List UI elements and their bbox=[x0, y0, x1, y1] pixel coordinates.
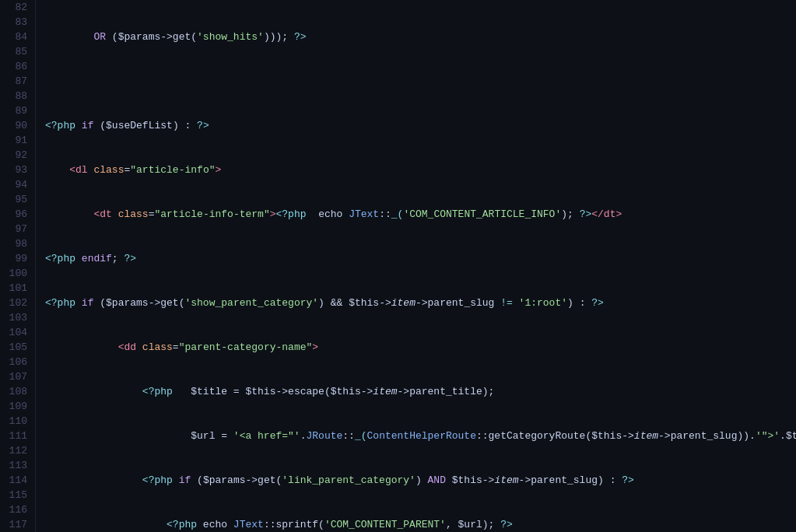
line-num-110: 110 bbox=[6, 414, 27, 429]
code-line-88: <?php if ($params->get('show_parent_cate… bbox=[45, 296, 796, 310]
code-line-87: <?php endif; ?> bbox=[45, 251, 796, 266]
line-num-83: 83 bbox=[6, 15, 27, 30]
line-num-90: 90 bbox=[6, 118, 27, 133]
code-line-84: <?php if ($useDefList) : ?> bbox=[45, 118, 796, 133]
code-line-89: <dd class="parent-category-name"> bbox=[45, 340, 796, 355]
line-num-100: 100 bbox=[6, 266, 27, 281]
line-num-107: 107 bbox=[6, 369, 27, 384]
line-num-91: 91 bbox=[6, 133, 27, 148]
line-num-103: 103 bbox=[6, 310, 27, 325]
line-num-115: 115 bbox=[6, 488, 27, 502]
code-line-93: <?php echo JText::sprintf('COM_CONTENT_P… bbox=[45, 517, 796, 532]
line-num-88: 88 bbox=[6, 89, 27, 103]
line-num-112: 112 bbox=[6, 443, 27, 458]
line-num-98: 98 bbox=[6, 236, 27, 251]
line-num-111: 111 bbox=[6, 429, 27, 443]
line-num-114: 114 bbox=[6, 473, 27, 488]
line-num-82: 82 bbox=[6, 0, 27, 15]
line-num-101: 101 bbox=[6, 281, 27, 296]
line-numbers: 82 83 84 85 86 87 88 89 90 91 92 93 94 9… bbox=[0, 0, 36, 532]
code-line-86: <dt class="article-info-term"><?php echo… bbox=[45, 207, 796, 222]
line-num-87: 87 bbox=[6, 74, 27, 89]
line-num-109: 109 bbox=[6, 399, 27, 414]
line-num-113: 113 bbox=[6, 458, 27, 473]
line-num-105: 105 bbox=[6, 340, 27, 355]
line-num-97: 97 bbox=[6, 222, 27, 236]
line-num-89: 89 bbox=[6, 103, 27, 118]
line-num-116: 116 bbox=[6, 502, 27, 517]
line-num-106: 106 bbox=[6, 355, 27, 369]
line-num-95: 95 bbox=[6, 192, 27, 207]
code-line-90: <?php $title = $this->escape($this->item… bbox=[45, 384, 796, 399]
code-line-91: $url = '<a href="'.JRoute::_(ContentHelp… bbox=[45, 429, 796, 443]
line-num-94: 94 bbox=[6, 177, 27, 192]
code-line-92: <?php if ($params->get('link_parent_cate… bbox=[45, 473, 796, 488]
line-num-96: 96 bbox=[6, 207, 27, 222]
line-num-108: 108 bbox=[6, 384, 27, 399]
line-num-117: 117 bbox=[6, 517, 27, 532]
line-num-92: 92 bbox=[6, 148, 27, 163]
line-num-93: 93 bbox=[6, 163, 27, 177]
line-num-99: 99 bbox=[6, 251, 27, 266]
code-content[interactable]: OR ($params->get('show_hits'))); ?> <?ph… bbox=[36, 0, 796, 532]
code-line-82: OR ($params->get('show_hits'))); ?> bbox=[45, 30, 796, 44]
code-editor: 82 83 84 85 86 87 88 89 90 91 92 93 94 9… bbox=[0, 0, 796, 532]
line-num-102: 102 bbox=[6, 296, 27, 310]
line-num-85: 85 bbox=[6, 44, 27, 59]
line-num-84: 84 bbox=[6, 30, 27, 44]
line-num-86: 86 bbox=[6, 59, 27, 74]
code-line-85: <dl class="article-info"> bbox=[45, 163, 796, 177]
code-line-83 bbox=[45, 74, 796, 89]
line-num-104: 104 bbox=[6, 325, 27, 340]
